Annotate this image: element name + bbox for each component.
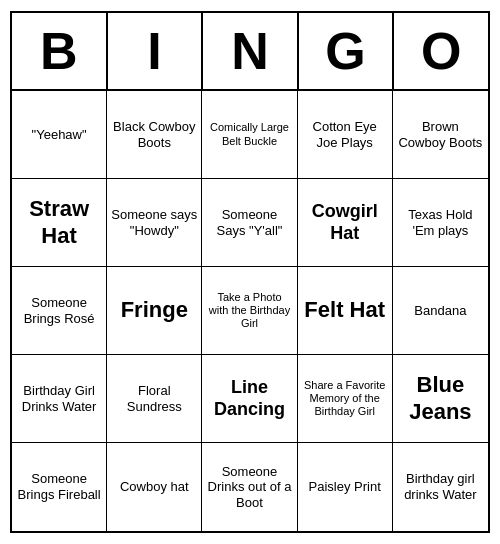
bingo-cell-8: Cowgirl Hat [298,179,393,267]
bingo-letter-b: B [12,13,108,89]
bingo-cell-17: Line Dancing [202,355,297,443]
bingo-letter-o: O [394,13,488,89]
bingo-cell-18: Share a Favorite Memory of the Birthday … [298,355,393,443]
bingo-cell-2: Comically Large Belt Buckle [202,91,297,179]
bingo-cell-6: Someone says "Howdy" [107,179,202,267]
bingo-grid: "Yeehaw"Black Cowboy BootsComically Larg… [12,91,488,531]
bingo-cell-22: Someone Drinks out of a Boot [202,443,297,531]
bingo-cell-14: Bandana [393,267,488,355]
bingo-card: BINGO "Yeehaw"Black Cowboy BootsComicall… [10,11,490,533]
bingo-cell-20: Someone Brings Fireball [12,443,107,531]
bingo-cell-13: Felt Hat [298,267,393,355]
bingo-cell-12: Take a Photo with the Birthday Girl [202,267,297,355]
bingo-cell-0: "Yeehaw" [12,91,107,179]
bingo-cell-10: Someone Brings Rosé [12,267,107,355]
bingo-letter-i: I [108,13,204,89]
bingo-cell-19: Blue Jeans [393,355,488,443]
bingo-cell-23: Paisley Print [298,443,393,531]
bingo-cell-7: Someone Says "Y'all" [202,179,297,267]
bingo-cell-3: Cotton Eye Joe Plays [298,91,393,179]
bingo-letter-n: N [203,13,299,89]
bingo-cell-15: Birthday Girl Drinks Water [12,355,107,443]
bingo-cell-16: Floral Sundress [107,355,202,443]
bingo-letter-g: G [299,13,395,89]
bingo-cell-11: Fringe [107,267,202,355]
bingo-cell-5: Straw Hat [12,179,107,267]
bingo-header: BINGO [12,13,488,91]
bingo-cell-21: Cowboy hat [107,443,202,531]
bingo-cell-24: Birthday girl drinks Water [393,443,488,531]
bingo-cell-1: Black Cowboy Boots [107,91,202,179]
bingo-cell-9: Texas Hold 'Em plays [393,179,488,267]
bingo-cell-4: Brown Cowboy Boots [393,91,488,179]
